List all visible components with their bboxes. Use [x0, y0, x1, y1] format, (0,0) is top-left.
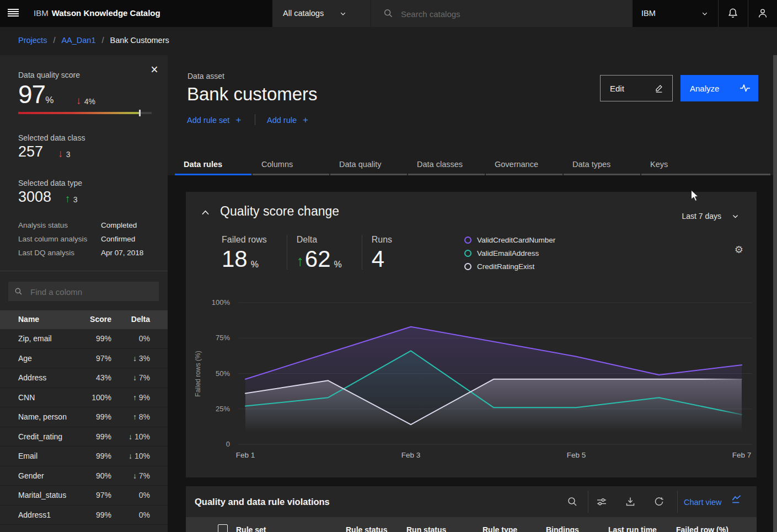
bell-icon	[727, 8, 738, 19]
edit-button[interactable]: Edit	[600, 75, 673, 101]
violations-column-header[interactable]: Rule status	[346, 525, 387, 532]
table-row[interactable]: Gender 90% 7%	[0, 466, 168, 486]
table-row[interactable]: Zip, email 99% 0%	[0, 329, 168, 349]
brand-name: Watson Knowledge Catalog	[52, 8, 160, 18]
table-row[interactable]: Name, person 99% 8%	[0, 407, 168, 427]
columns-table: Zip, email 99% 0% Age 97% 3% Address 43%…	[0, 329, 168, 525]
divider	[588, 491, 588, 513]
chevron-down-icon	[701, 10, 708, 17]
page-title: Bank customers	[187, 84, 318, 105]
table-row[interactable]: Email 99% 10%	[0, 447, 168, 466]
status-value: Completed	[101, 221, 137, 229]
legend-item[interactable]: ValidCreditCardNumber	[464, 236, 555, 244]
column-name: Age	[18, 354, 32, 363]
download-button[interactable]	[621, 493, 639, 510]
column-name: Address	[18, 373, 46, 382]
status-value: Confirmed	[101, 235, 135, 243]
table-row[interactable]: Marital_status 97% 0%	[0, 486, 168, 506]
search-icon	[567, 496, 578, 507]
time-range-selector[interactable]: Last 7 days	[667, 208, 744, 224]
account-menu[interactable]: IBM	[633, 0, 718, 27]
tab[interactable]: Keys	[641, 154, 770, 175]
menu-icon[interactable]	[8, 9, 19, 18]
analyze-button[interactable]: Analyze	[680, 75, 758, 101]
legend-ring-icon	[464, 250, 471, 257]
plus-icon: +	[235, 115, 241, 125]
line-chart-icon	[731, 493, 743, 506]
select-all-checkbox[interactable]	[218, 524, 228, 532]
quality-meter-fill	[18, 112, 140, 114]
breadcrumb-link[interactable]: AA_Dan1	[61, 36, 95, 45]
search-button[interactable]	[564, 493, 581, 510]
stat-label: Failed rows	[222, 235, 267, 245]
legend-label: CreditRatingExist	[477, 262, 534, 271]
brand-prefix: IBM	[34, 8, 49, 18]
notifications-button[interactable]	[718, 0, 748, 27]
violations-column-header[interactable]: Failed row (%)	[676, 525, 728, 532]
tab[interactable]: Columns	[253, 154, 329, 175]
stat-label: Delta	[297, 235, 342, 245]
chart-view-toggle[interactable]: Chart view	[684, 498, 722, 507]
search-input[interactable]	[400, 7, 612, 21]
svg-text:100%: 100%	[212, 298, 231, 307]
table-row[interactable]: CNN 100% 9%	[0, 388, 168, 408]
catalog-selector[interactable]: All catalogs	[272, 0, 371, 27]
breadcrumb-link[interactable]: Bank Customers	[110, 36, 169, 45]
quality-score-meter	[18, 112, 152, 114]
legend-item[interactable]: CreditRatingExist	[464, 262, 555, 271]
tab[interactable]: Governance	[486, 154, 562, 175]
breadcrumb-bar: ProjectsAA_Dan1Bank Customers	[0, 27, 777, 55]
legend-item[interactable]: ValidEmailAddress	[464, 249, 555, 257]
plus-icon: +	[303, 115, 308, 125]
legend-label: ValidCreditCardNumber	[477, 236, 555, 244]
chart-view-button[interactable]	[731, 493, 747, 510]
violations-column-header[interactable]: Bindings	[546, 525, 579, 532]
column-header-score[interactable]: Score	[83, 315, 111, 324]
quality-score-delta: 4%	[76, 95, 95, 107]
column-name: Gender	[18, 471, 44, 480]
violations-column-header[interactable]: Rule type	[483, 525, 517, 532]
violations-column-header[interactable]: Rule set	[236, 525, 266, 532]
violations-card: Quality and data rule violations	[186, 486, 757, 532]
filter-button[interactable]	[593, 493, 610, 510]
stat-block: Delta 62 %	[287, 235, 362, 270]
column-header-name[interactable]: Name	[18, 315, 39, 324]
breadcrumb-item: Projects	[18, 36, 47, 45]
table-row[interactable]: Credit_rating 99% 10%	[0, 427, 168, 447]
refresh-button[interactable]	[650, 493, 668, 510]
failed-rows-line-chart[interactable]: 100%75%50%25%0Failed rows (%)Feb 1Feb 3F…	[186, 294, 757, 465]
breadcrumb-item: AA_Dan1	[47, 36, 95, 45]
table-row[interactable]: Age 97% 3%	[0, 349, 168, 369]
collapse-icon[interactable]	[201, 209, 210, 216]
profile-button[interactable]	[748, 0, 777, 27]
column-search-input[interactable]	[29, 285, 156, 298]
user-icon	[757, 8, 768, 19]
page-scrollbar[interactable]	[773, 55, 777, 532]
add-rule-link[interactable]: Add rule+	[267, 115, 308, 126]
tab[interactable]: Data types	[564, 154, 640, 175]
column-score: 99%	[83, 412, 111, 421]
violations-column-header[interactable]: Run status	[406, 525, 446, 532]
gear-icon[interactable]: ⚙	[735, 245, 743, 255]
close-icon[interactable]: ×	[147, 62, 162, 77]
column-search	[8, 282, 159, 301]
add-rule-set-link[interactable]: Add rule set+	[187, 115, 241, 126]
violations-column-header[interactable]: Last run time	[608, 525, 657, 532]
svg-text:0: 0	[226, 440, 230, 448]
table-row[interactable]: Address 43% 7%	[0, 368, 168, 388]
tab[interactable]: Data quality	[330, 154, 407, 175]
table-row[interactable]: Address1 99% 0%	[0, 506, 168, 525]
column-header-delta[interactable]: Delta	[121, 315, 150, 324]
tab[interactable]: Data classes	[408, 154, 485, 175]
quality-score-change-card: Quality score change Last 7 days Failed …	[186, 192, 757, 477]
stat-block: Runs 4	[362, 235, 412, 270]
status-label: Last DQ analysis	[18, 249, 74, 257]
status-label: Analysis status	[18, 221, 68, 229]
settings-adjust-icon	[596, 496, 607, 507]
catalog-search	[371, 0, 633, 27]
breadcrumb-link[interactable]: Projects	[18, 36, 47, 45]
tab[interactable]: Data rules	[175, 154, 251, 175]
column-name: CNN	[18, 393, 35, 402]
column-delta: 0%	[121, 334, 150, 343]
column-delta: 10%	[121, 452, 150, 460]
